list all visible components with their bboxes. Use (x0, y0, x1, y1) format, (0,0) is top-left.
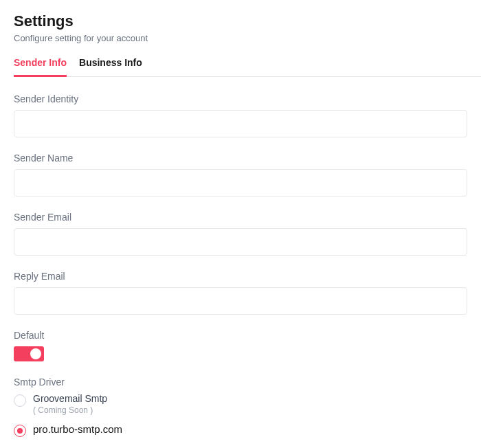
label-sender-identity: Sender Identity (14, 93, 481, 104)
input-sender-name[interactable] (14, 169, 467, 197)
page-title: Settings (14, 12, 481, 30)
label-reply-email: Reply Email (14, 271, 481, 282)
radio-label-groovemail: Groovemail Smtp (33, 393, 107, 404)
tab-sender-info[interactable]: Sender Info (14, 57, 67, 77)
field-smtp-driver: Smtp Driver Groovemail Smtp ( Coming Soo… (14, 377, 481, 437)
label-default: Default (14, 330, 481, 341)
radio-sublabel-groovemail: ( Coming Soon ) (33, 405, 107, 415)
radio-icon (14, 394, 26, 407)
radio-label-block: pro.turbo-smtp.com (33, 423, 122, 435)
label-sender-email: Sender Email (14, 212, 481, 223)
radio-option-groovemail[interactable]: Groovemail Smtp ( Coming Soon ) (14, 393, 481, 415)
field-sender-email: Sender Email (14, 212, 481, 256)
radio-label-block: Groovemail Smtp ( Coming Soon ) (33, 393, 107, 415)
label-smtp-driver: Smtp Driver (14, 377, 481, 388)
field-sender-identity: Sender Identity (14, 93, 481, 137)
tab-business-info[interactable]: Business Info (79, 57, 142, 77)
radio-label-turbo: pro.turbo-smtp.com (33, 423, 122, 435)
input-reply-email[interactable] (14, 287, 467, 315)
input-sender-identity[interactable] (14, 110, 467, 137)
radio-icon (14, 425, 26, 437)
page-subtitle: Configure setting for your account (14, 33, 481, 43)
radio-option-turbo[interactable]: pro.turbo-smtp.com (14, 423, 481, 437)
field-default: Default (14, 330, 481, 361)
label-sender-name: Sender Name (14, 153, 481, 164)
field-reply-email: Reply Email (14, 271, 481, 315)
tabs: Sender Info Business Info (14, 57, 481, 77)
smtp-driver-options: Groovemail Smtp ( Coming Soon ) pro.turb… (14, 393, 481, 437)
input-sender-email[interactable] (14, 228, 467, 256)
toggle-default[interactable] (14, 346, 44, 361)
toggle-knob-icon (30, 348, 41, 359)
field-sender-name: Sender Name (14, 153, 481, 197)
